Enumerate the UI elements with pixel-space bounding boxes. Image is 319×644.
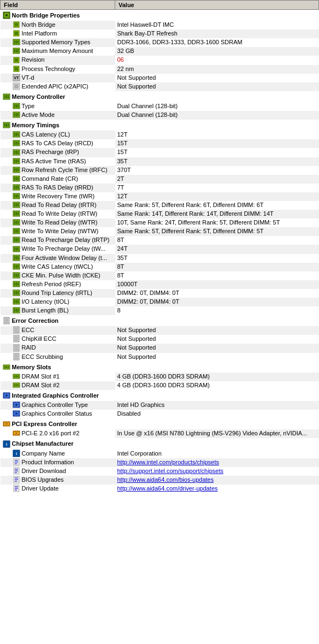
company-icon: i xyxy=(13,450,20,457)
chip-small-icon xyxy=(13,21,20,28)
value-cell-chipset-manufacturer-2[interactable]: http://support.intel.com/support/chipset… xyxy=(115,467,319,476)
field-cell-error-correction-0: ECC xyxy=(1,326,115,335)
svg-rect-96 xyxy=(14,256,15,259)
table-row: Driver Updatehttp://www.aida64.com/drive… xyxy=(1,485,319,493)
svg-rect-104 xyxy=(14,274,15,277)
svg-rect-29 xyxy=(16,104,17,108)
svg-rect-122 xyxy=(17,309,19,312)
memory-icon xyxy=(13,280,20,288)
memory-icon xyxy=(13,218,20,226)
memory-icon xyxy=(13,175,20,182)
value-cell-memory-controller-1: Dual Channel (128-bit) xyxy=(115,111,319,120)
value-cell-chipset-manufacturer-3[interactable]: http://www.aida64.com/bios-updates xyxy=(115,476,319,485)
svg-rect-42 xyxy=(17,133,19,136)
chip-small-icon xyxy=(13,65,20,73)
link-chipset-manufacturer-4[interactable]: http://www.aida64.com/driver-updates xyxy=(117,485,218,492)
svg-rect-116 xyxy=(14,300,15,303)
field-cell-memory-timings-1: RAS To CAS Delay (tRCD) xyxy=(1,139,115,148)
memory-icon xyxy=(13,289,20,297)
svg-rect-46 xyxy=(17,141,19,145)
table-row: Intel PlatformShark Bay-DT Refresh xyxy=(1,29,319,38)
svg-rect-49 xyxy=(16,151,17,154)
svg-text:i: i xyxy=(5,442,7,447)
svg-rect-101 xyxy=(16,265,17,268)
value-cell-chipset-manufacturer-4[interactable]: http://www.aida64.com/driver-updates xyxy=(115,485,319,493)
section-header-error-correction: Error Correction xyxy=(1,315,319,326)
table-row: Product Informationhttp://www.intel.com/… xyxy=(1,458,319,467)
table-row: Graphics Controller StatusDisabled xyxy=(1,410,319,418)
svg-rect-70 xyxy=(17,194,19,198)
table-row: Maximum Memory Amount32 GB xyxy=(1,47,319,56)
value-cell-memory-timings-16: 8T xyxy=(115,271,319,280)
field-cell-chipset-manufacturer-0: iCompany Name xyxy=(1,450,115,458)
svg-rect-14 xyxy=(17,49,19,52)
field-cell-north-bridge-properties-3: Maximum Memory Amount xyxy=(1,47,115,56)
graphics-icon xyxy=(13,410,20,417)
svg-rect-18 xyxy=(15,67,18,70)
svg-rect-66 xyxy=(17,186,19,189)
table-row: Row Refresh Cycle Time (tRFC)370T xyxy=(1,166,319,175)
slot-icon xyxy=(13,381,20,389)
svg-rect-100 xyxy=(14,265,15,268)
value-cell-north-bridge-properties-7: Not Supported xyxy=(115,82,319,91)
link-chipset-manufacturer-2[interactable]: http://support.intel.com/support/chipset… xyxy=(117,468,223,474)
value-cell-memory-timings-15: 8T xyxy=(115,263,319,271)
pci-icon xyxy=(3,420,10,428)
value-cell-integrated-graphics-0: Intel HD Graphics xyxy=(115,401,319,410)
svg-rect-93 xyxy=(16,247,17,251)
field-cell-memory-timings-7: Write Recovery Time (tWR) xyxy=(1,192,115,201)
ecc-icon xyxy=(13,326,20,334)
field-cell-north-bridge-properties-5: Process Technology xyxy=(1,65,115,74)
field-cell-memory-timings-0: CAS Latency (CL) xyxy=(1,131,115,139)
svg-rect-53 xyxy=(16,159,17,163)
section-title-error-correction: Error Correction xyxy=(1,315,319,326)
svg-rect-64 xyxy=(14,186,15,189)
value-cell-error-correction-0: Not Supported xyxy=(115,326,319,335)
value-cell-north-bridge-properties-0: Intel Haswell-DT IMC xyxy=(115,21,319,29)
section-title-north-bridge-properties: North Bridge Properties xyxy=(1,10,319,21)
company-icon: i xyxy=(3,440,10,448)
memory-icon xyxy=(13,263,20,270)
link-chipset-manufacturer-3[interactable]: http://www.aida64.com/bios-updates xyxy=(117,476,214,483)
memory-icon xyxy=(13,271,20,279)
field-cell-north-bridge-properties-6: VTVT-d xyxy=(1,74,115,82)
svg-rect-89 xyxy=(16,238,17,241)
table-row: Extended APIC (x2APIC)Not Supported xyxy=(1,82,319,91)
svg-rect-109 xyxy=(16,282,17,286)
svg-rect-153 xyxy=(16,384,17,386)
svg-text:VT: VT xyxy=(14,76,19,80)
svg-rect-150 xyxy=(17,375,19,377)
memory-icon xyxy=(13,131,20,138)
svg-rect-68 xyxy=(14,194,15,198)
table-row: Write To Read Delay (tWTR)10T, Same Rank… xyxy=(1,218,319,227)
table-row: Read To Precharge Delay (tRTP)8T xyxy=(1,236,319,245)
section-title-memory-controller: Memory Controller xyxy=(1,91,319,102)
value-cell-memory-timings-14: 35T xyxy=(115,254,319,263)
field-cell-memory-timings-9: Read To Write Delay (tRTW) xyxy=(1,210,115,218)
value-cell-memory-timings-7: 12T xyxy=(115,192,319,201)
link-chipset-manufacturer-1[interactable]: http://www.intel.com/products/chipsets xyxy=(117,459,219,465)
svg-rect-73 xyxy=(16,203,17,206)
value-cell-error-correction-2: Not Supported xyxy=(115,344,319,352)
field-cell-integrated-graphics-1: Graphics Controller Status xyxy=(1,410,115,418)
value-cell-chipset-manufacturer-1[interactable]: http://www.intel.com/products/chipsets xyxy=(115,458,319,467)
memory-icon xyxy=(13,201,20,209)
value-cell-north-bridge-properties-5: 22 nm xyxy=(115,65,319,74)
value-cell-north-bridge-properties-3: 32 GB xyxy=(115,47,319,56)
svg-rect-45 xyxy=(16,141,17,145)
svg-rect-80 xyxy=(14,221,15,224)
memory-icon xyxy=(13,166,20,174)
chip-small-icon xyxy=(13,56,20,64)
svg-rect-152 xyxy=(14,384,15,386)
section-header-north-bridge-properties: North Bridge Properties xyxy=(1,10,319,21)
svg-rect-118 xyxy=(17,300,19,303)
svg-rect-24 xyxy=(4,95,5,98)
field-cell-memory-timings-16: CKE Min. Pulse Width (tCKE) xyxy=(1,271,115,280)
svg-rect-12 xyxy=(14,49,15,52)
table-row: Write To Write Delay (tWTW)Same Rank: 5T… xyxy=(1,227,319,236)
value-cell-north-bridge-properties-6: Not Supported xyxy=(115,74,319,82)
memory-icon xyxy=(13,38,20,46)
svg-rect-110 xyxy=(17,282,19,286)
svg-rect-85 xyxy=(16,229,17,233)
svg-rect-52 xyxy=(14,159,15,163)
